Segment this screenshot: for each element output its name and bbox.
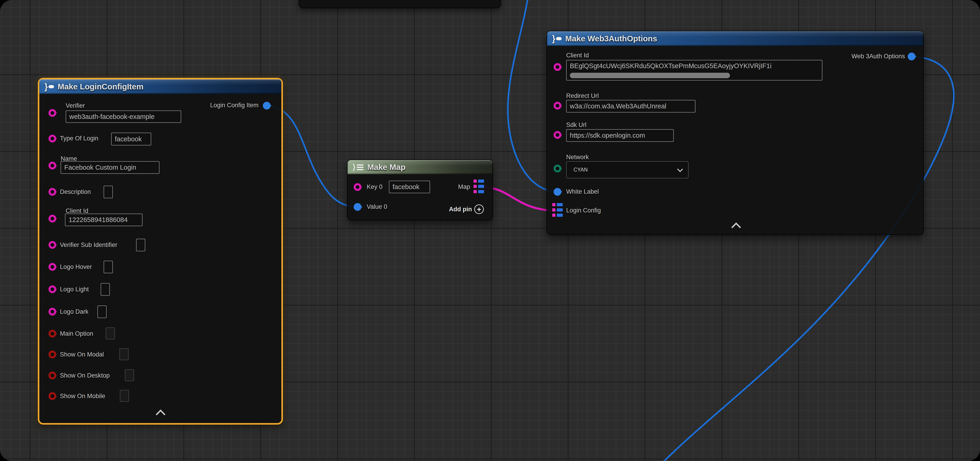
main-option-pin[interactable] (48, 330, 56, 337)
network-label: Network (566, 154, 589, 161)
node-title: Make Map (367, 162, 406, 172)
show-on-modal-label: Show On Modal (60, 351, 104, 358)
logo-dark-pin[interactable] (48, 308, 56, 316)
output-pin-label: Login Config Item (210, 102, 258, 109)
add-pin-button[interactable]: + (474, 204, 484, 214)
logo-dark-label: Logo Dark (60, 308, 89, 315)
client-id-pin[interactable] (48, 215, 56, 223)
key0-label: Key 0 (367, 183, 382, 191)
login-config-label: Login Config (566, 207, 601, 214)
chevron-down-icon (677, 166, 683, 172)
logo-dark-input[interactable] (97, 305, 107, 318)
logo-hover-input[interactable] (103, 261, 113, 273)
description-input[interactable] (103, 186, 113, 198)
main-option-checkbox[interactable] (106, 327, 115, 339)
web3auth-options-output-pin[interactable] (908, 52, 915, 60)
logo-hover-pin[interactable] (48, 263, 56, 271)
white-label-pin[interactable] (554, 188, 562, 196)
verifier-sub-identifier-label: Verifier Sub Identifier (60, 242, 117, 248)
logo-light-label: Logo Light (60, 286, 89, 293)
logo-light-input[interactable] (101, 283, 110, 296)
redirect-url-label: Redirect Url (566, 92, 599, 100)
verifier-sub-identifier-input[interactable] (136, 239, 145, 251)
node-make-map[interactable]: ⟩ Make Map Key 0 facebook Map Value 0 Ad… (347, 160, 493, 221)
offscreen-node-bottom-edge[interactable] (299, 0, 501, 8)
output-pin-label: Web 3Auth Options (851, 53, 905, 60)
redirect-url-input[interactable]: w3a://com.w3a.Web3AuthUnreal (566, 100, 695, 113)
show-on-desktop-label: Show On Desktop (60, 372, 110, 379)
show-on-mobile-checkbox[interactable] (120, 390, 129, 402)
client-id-scrollbar[interactable] (570, 73, 730, 78)
verifier-pin[interactable] (48, 109, 56, 117)
verifier-input[interactable]: web3auth-facebook-example (66, 110, 181, 123)
name-input[interactable]: Facebook Custom Login (60, 161, 159, 174)
verifier-label: Verifier (66, 102, 85, 109)
show-on-mobile-pin[interactable] (48, 392, 56, 400)
client-id-input[interactable]: 1222658941886084 (65, 214, 143, 226)
node-title: Make Web3AuthOptions (565, 34, 657, 43)
node-make-web3authoptions[interactable]: } Make Web3AuthOptions Web 3Auth Options… (547, 31, 924, 235)
blueprint-graph-canvas[interactable]: } Make LoginConfigItem Login Config Item… (0, 0, 980, 461)
key0-pin[interactable] (354, 183, 361, 191)
description-pin[interactable] (48, 188, 56, 196)
sdk-url-label: Sdk Url (566, 121, 587, 129)
redirect-url-pin[interactable] (554, 102, 562, 110)
network-dropdown[interactable]: CYAN (566, 161, 689, 178)
name-pin[interactable] (48, 162, 56, 169)
node-make-loginconfigitem[interactable]: } Make LoginConfigItem Login Config Item… (38, 78, 283, 424)
value0-pin[interactable] (354, 203, 361, 211)
login-config-item-output-pin[interactable] (263, 102, 270, 110)
key0-input[interactable]: facebook (389, 181, 430, 193)
main-option-label: Main Option (60, 330, 93, 337)
network-selected-value: CYAN (573, 167, 588, 173)
sdk-url-pin[interactable] (554, 131, 562, 139)
login-config-pin[interactable] (552, 203, 563, 218)
white-label-label: White Label (566, 188, 599, 195)
sdk-url-input[interactable]: https://sdk.openlogin.com (566, 129, 674, 142)
node-header[interactable]: } Make Web3AuthOptions (547, 31, 923, 46)
client-id-text: BEglQSgt4cUWcj6SKRdu5QkOXTsePmMcusG5EAoy… (570, 62, 772, 70)
description-label: Description (60, 188, 91, 196)
node-header[interactable]: ⟩ Make Map (347, 160, 493, 174)
show-on-modal-checkbox[interactable] (119, 348, 129, 360)
client-id-pin[interactable] (554, 63, 562, 71)
value0-label: Value 0 (367, 203, 387, 210)
map-output-label: Map (458, 183, 470, 191)
logo-light-pin[interactable] (48, 285, 56, 293)
type-of-login-label: Type Of Login (60, 135, 99, 142)
node-title: Make LoginConfigItem (58, 82, 143, 91)
wire-map-to-loginconfig[interactable] (483, 187, 554, 211)
verifier-sub-identifier-pin[interactable] (48, 241, 56, 249)
show-on-modal-pin[interactable] (48, 351, 56, 358)
network-pin[interactable] (554, 165, 562, 172)
make-struct-icon: } (552, 34, 562, 43)
make-struct-icon: } (45, 82, 54, 91)
show-on-desktop-pin[interactable] (48, 372, 56, 379)
logo-hover-label: Logo Hover (60, 264, 92, 270)
collapse-node-caret[interactable] (731, 223, 741, 232)
map-output-pin[interactable] (474, 180, 485, 195)
client-id-input[interactable]: BEglQSgt4cUWcj6SKRdu5QkOXTsePmMcusG5EAoy… (566, 60, 822, 81)
show-on-mobile-label: Show On Mobile (60, 393, 105, 400)
client-id-label: Client Id (566, 52, 589, 59)
type-of-login-input[interactable]: facebook (111, 133, 151, 145)
node-header[interactable]: } Make LoginConfigItem (39, 79, 282, 94)
show-on-desktop-checkbox[interactable] (125, 369, 134, 381)
make-map-icon: ⟩ (353, 163, 363, 171)
collapse-node-caret[interactable] (156, 410, 165, 419)
add-pin-label: Add pin (449, 206, 472, 213)
type-of-login-pin[interactable] (48, 135, 56, 143)
